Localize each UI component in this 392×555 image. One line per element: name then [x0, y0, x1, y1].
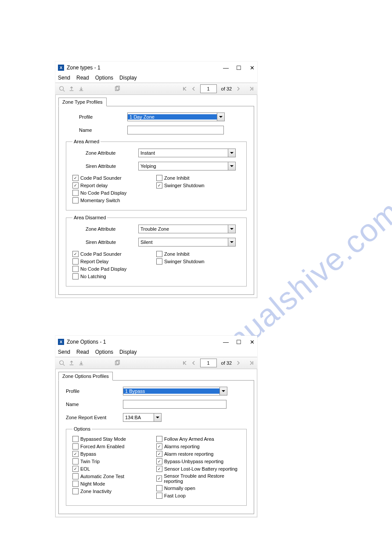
menubar: Send Read Options Display [55, 348, 257, 357]
menu-options[interactable]: Options [95, 75, 113, 81]
app-icon: X [58, 65, 64, 71]
cb-forced-arm-enabled[interactable]: Forced Arm Enabled [72, 443, 156, 450]
next-page-button[interactable] [234, 85, 242, 93]
cb-eol[interactable]: EOL [72, 466, 156, 472]
checkbox-icon [156, 175, 162, 181]
zone-report-event-select[interactable]: 134:BA [123, 413, 162, 422]
last-page-button[interactable] [248, 85, 255, 93]
profile-select[interactable]: 1 Day Zone [127, 112, 225, 121]
profile-value: 1 Bypass [123, 388, 219, 394]
name-label: Name [66, 402, 123, 407]
cb-swinger-shutdown[interactable]: Swinger Shutdown [156, 182, 240, 189]
options-group: Options Bypassed Stay Mode Forced Arm En… [66, 426, 247, 506]
copy-icon[interactable] [112, 84, 122, 94]
maximize-button[interactable]: ☐ [236, 339, 241, 345]
checkbox-icon [72, 190, 79, 196]
armed-zone-attr-select[interactable]: Instant [138, 149, 236, 157]
cb-zone-inhibit[interactable]: Zone Inhibit [156, 175, 240, 181]
profile-select[interactable]: 1 Bypass [123, 387, 227, 395]
cb-swinger-shutdown[interactable]: Swinger Shutdown [156, 258, 240, 265]
upload-icon[interactable] [67, 358, 76, 368]
cb-zone-inactivity[interactable]: Zone Inactivity [72, 488, 156, 494]
prev-page-button[interactable] [190, 359, 198, 367]
upload-icon[interactable] [67, 84, 76, 94]
name-input[interactable] [123, 400, 227, 409]
cb-automatic-zone-test[interactable]: Automatic Zone Test [72, 473, 156, 479]
disarmed-zone-attr-value: Trouble Zone [139, 226, 228, 232]
cb-momentary-switch[interactable]: Momentary Switch [72, 197, 156, 203]
cb-code-pad-sounder[interactable]: Code Pad Sounder [72, 251, 156, 257]
disarmed-zone-attr-select[interactable]: Trouble Zone [138, 225, 236, 233]
menu-display[interactable]: Display [119, 75, 137, 81]
cb-bypassed-stay-mode[interactable]: Bypassed Stay Mode [72, 436, 156, 442]
menu-read[interactable]: Read [76, 349, 89, 355]
window-title: Zone Options - 1 [67, 339, 223, 345]
name-input[interactable] [127, 126, 224, 134]
checkbox-icon [156, 182, 162, 189]
cb-no-code-pad-display[interactable]: No Code Pad Display [72, 266, 156, 272]
checkbox-icon [72, 473, 79, 479]
cb-normally-open[interactable]: Normally open [156, 485, 240, 491]
cb-night-mode[interactable]: Night Mode [72, 481, 156, 487]
checkbox-icon [156, 443, 162, 450]
cb-bypass[interactable]: Bypass [72, 451, 156, 457]
first-page-button[interactable] [181, 359, 189, 367]
copy-icon[interactable] [112, 358, 122, 368]
page-count: of 32 [221, 86, 232, 91]
window-zone-types: X Zone types - 1 — ☐ ✕ Send Read Options… [55, 62, 257, 298]
cb-follow-any-armed-area[interactable]: Follow Any Armed Area [156, 436, 240, 442]
checkbox-icon [72, 451, 79, 457]
menu-display[interactable]: Display [119, 349, 137, 355]
armed-siren-attr-label: Siren Attribute [86, 163, 138, 169]
download-icon[interactable] [76, 358, 86, 368]
menu-send[interactable]: Send [58, 75, 70, 81]
menu-send[interactable]: Send [58, 349, 70, 355]
cb-sensor-trouble-restore-reporting[interactable]: Sensor Trouble and Restore reporting [156, 473, 240, 484]
armed-zone-attr-value: Instant [139, 150, 228, 156]
cb-alarm-restore-reporting[interactable]: Alarm restore reporting [156, 451, 240, 457]
menu-options[interactable]: Options [95, 349, 113, 355]
cb-sensor-lost-low-battery-reporting[interactable]: Sensor Lost-Low Battery reporting [156, 466, 240, 472]
close-button[interactable]: ✕ [249, 339, 255, 345]
area-armed-legend: Area Armed [72, 139, 101, 144]
armed-siren-attr-select[interactable]: Yelping [138, 162, 236, 170]
checkbox-icon [72, 251, 79, 257]
tab-zone-options-profiles[interactable]: Zone Options Profiles [58, 372, 113, 381]
cb-report-delay[interactable]: Report delay [72, 182, 156, 189]
cb-alarms-reporting[interactable]: Alarms reporting [156, 443, 240, 450]
menu-read[interactable]: Read [76, 75, 89, 81]
cb-zone-inhibit[interactable]: Zone Inhibit [156, 251, 240, 257]
prev-page-button[interactable] [190, 85, 198, 93]
maximize-button[interactable]: ☐ [236, 65, 241, 71]
disarmed-siren-attr-label: Siren Attribute [86, 239, 138, 245]
last-page-button[interactable] [248, 359, 255, 367]
cb-code-pad-sounder[interactable]: Code Pad Sounder [72, 175, 156, 181]
cb-fast-loop[interactable]: Fast Loop [156, 493, 240, 499]
page-input[interactable]: 1 [200, 359, 217, 367]
first-page-button[interactable] [181, 85, 189, 93]
svg-line-5 [63, 364, 65, 366]
zone-report-event-label: Zone Report Event [66, 415, 123, 420]
disarmed-siren-attr-select[interactable]: Silent [138, 238, 236, 247]
chevron-down-icon [154, 414, 161, 421]
cb-report-delay[interactable]: Report Delay [72, 258, 156, 265]
minimize-button[interactable]: — [223, 65, 228, 71]
download-icon[interactable] [76, 84, 86, 94]
cb-no-code-pad-display[interactable]: No Code Pad Display [72, 190, 156, 196]
close-button[interactable]: ✕ [249, 65, 255, 71]
svg-point-4 [60, 361, 64, 365]
titlebar: X Zone types - 1 — ☐ ✕ [55, 62, 257, 74]
search-icon[interactable] [57, 84, 67, 94]
tab-zone-type-profiles[interactable]: Zone Type Profiles [58, 98, 107, 106]
next-page-button[interactable] [234, 359, 242, 367]
minimize-button[interactable]: — [223, 339, 228, 345]
cb-twin-trip[interactable]: Twin Trip [72, 458, 156, 464]
checkbox-icon [72, 436, 79, 442]
cb-bypass-unbypass-reporting[interactable]: Bypass-Unbypass reporting [156, 458, 240, 464]
chevron-down-icon [228, 149, 235, 157]
checkbox-icon [156, 258, 162, 265]
cb-no-latching[interactable]: No Latching [72, 273, 156, 279]
page-input[interactable]: 1 [200, 84, 217, 93]
svg-line-1 [63, 90, 65, 92]
search-icon[interactable] [57, 358, 67, 368]
